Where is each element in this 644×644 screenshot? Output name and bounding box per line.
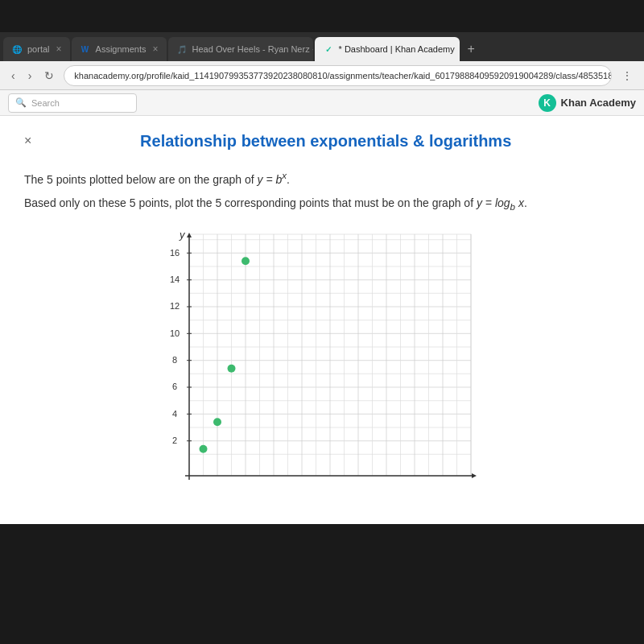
ka-search-box[interactable]: 🔍 Search — [8, 93, 137, 113]
graph-svg: y 2 4 6 8 10 12 14 16 — [149, 226, 487, 500]
ka-logo-circle: K — [539, 94, 556, 112]
problem-line2: Based only on these 5 points, plot the 5… — [24, 195, 612, 213]
graph-point-4 — [242, 257, 250, 265]
svg-text:8: 8 — [172, 355, 177, 365]
tab-portal-label: portal — [27, 44, 50, 54]
back-button[interactable]: ‹ — [8, 68, 19, 84]
new-tab-button[interactable]: + — [461, 37, 481, 61]
close-button[interactable]: × — [24, 134, 31, 148]
tab-portal[interactable]: 🌐 portal × — [3, 37, 70, 61]
tab-dashboard-label: * Dashboard | Khan Academy — [339, 44, 455, 54]
main-content: × Relationship between exponentials & lo… — [0, 116, 644, 524]
svg-marker-41 — [472, 473, 477, 478]
browser-chrome: 🌐 portal × W Assignments × 🎵 Head Over H… — [0, 0, 644, 116]
tab-assignments-favicon: W — [80, 43, 91, 55]
graph-point-3 — [228, 365, 236, 373]
ka-toolbar: 🔍 Search K Khan Academy — [0, 90, 644, 116]
equation2: y = logb x — [477, 196, 524, 209]
search-placeholder: Search — [31, 98, 60, 108]
graph-container: y 2 4 6 8 10 12 14 16 — [149, 226, 487, 500]
graph-point-2 — [213, 418, 221, 426]
tab-assignments-label: Assignments — [96, 44, 147, 54]
more-options-button[interactable]: ⋮ — [618, 68, 636, 84]
problem-line1: The 5 points plotted below are on the gr… — [24, 168, 612, 188]
tab-assignments-close[interactable]: × — [153, 43, 159, 55]
ka-logo: K Khan Academy — [539, 94, 636, 112]
search-icon: 🔍 — [15, 97, 27, 108]
tab-music-label: Head Over Heels - Ryan Nerz · f — [192, 44, 313, 54]
address-input[interactable]: khanacademy.org/profile/kaid_11419079935… — [64, 65, 612, 86]
graph-point-1 — [200, 445, 208, 453]
page-title: Relationship between exponentials & loga… — [39, 132, 612, 151]
svg-text:2: 2 — [172, 436, 177, 445]
tab-dashboard[interactable]: ✓ * Dashboard | Khan Academy × — [315, 37, 460, 61]
forward-button[interactable]: › — [25, 68, 35, 84]
tab-assignments[interactable]: W Assignments × — [72, 37, 167, 61]
tab-bar: 🌐 portal × W Assignments × 🎵 Head Over H… — [0, 32, 644, 61]
svg-text:10: 10 — [170, 328, 180, 338]
address-bar: ‹ › ↻ khanacademy.org/profile/kaid_11419… — [0, 61, 644, 90]
tab-portal-favicon: 🌐 — [11, 43, 23, 55]
svg-text:y: y — [179, 229, 186, 241]
tab-dashboard-favicon: ✓ — [323, 43, 334, 55]
top-bar — [0, 0, 644, 32]
equation1: y = bx — [258, 173, 287, 186]
svg-text:14: 14 — [170, 275, 180, 284]
tab-music-favicon: 🎵 — [176, 43, 188, 55]
svg-text:12: 12 — [170, 301, 180, 311]
svg-text:16: 16 — [170, 248, 180, 258]
tab-music[interactable]: 🎵 Head Over Heels - Ryan Nerz · f × — [168, 37, 313, 61]
address-text: khanacademy.org/profile/kaid_11419079935… — [74, 71, 612, 80]
tab-portal-close[interactable]: × — [56, 43, 62, 55]
refresh-button[interactable]: ↻ — [41, 68, 57, 84]
svg-text:6: 6 — [172, 382, 177, 391]
svg-text:4: 4 — [172, 409, 177, 419]
ka-logo-text: Khan Academy — [561, 97, 636, 109]
